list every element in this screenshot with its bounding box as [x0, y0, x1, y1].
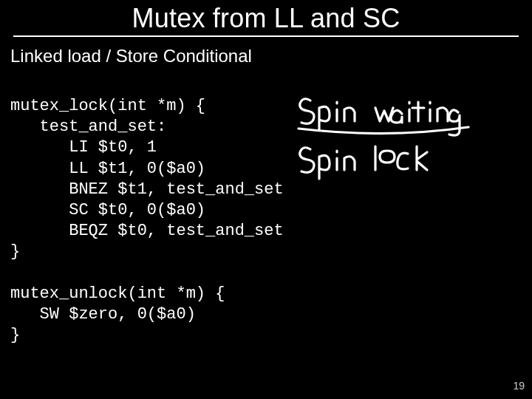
- slide-subheading: Linked load / Store Conditional: [0, 43, 532, 75]
- code-block: mutex_lock(int *m) { test_and_set: LI $t…: [0, 75, 532, 346]
- code-line: mutex_lock(int *m) {: [10, 97, 205, 115]
- code-line: LI $t0, 1: [10, 138, 157, 157]
- title-underline: [13, 35, 519, 37]
- code-line: SC $t0, 0($a0): [10, 201, 205, 219]
- code-line: }: [10, 326, 20, 344]
- code-line: BEQZ $t0, test_and_set: [10, 222, 284, 240]
- code-line: }: [10, 242, 20, 261]
- page-number: 19: [513, 380, 525, 392]
- slide-title: Mutex from LL and SC: [0, 0, 532, 35]
- slide: Mutex from LL and SC Linked load / Store…: [0, 0, 532, 399]
- code-line: mutex_unlock(int *m) {: [10, 284, 225, 303]
- code-line: BNEZ $t1, test_and_set: [10, 180, 284, 199]
- code-line: LL $t1, 0($a0): [10, 160, 205, 178]
- code-line: test_and_set:: [10, 117, 166, 136]
- code-line: SW $zero, 0($a0): [10, 305, 196, 324]
